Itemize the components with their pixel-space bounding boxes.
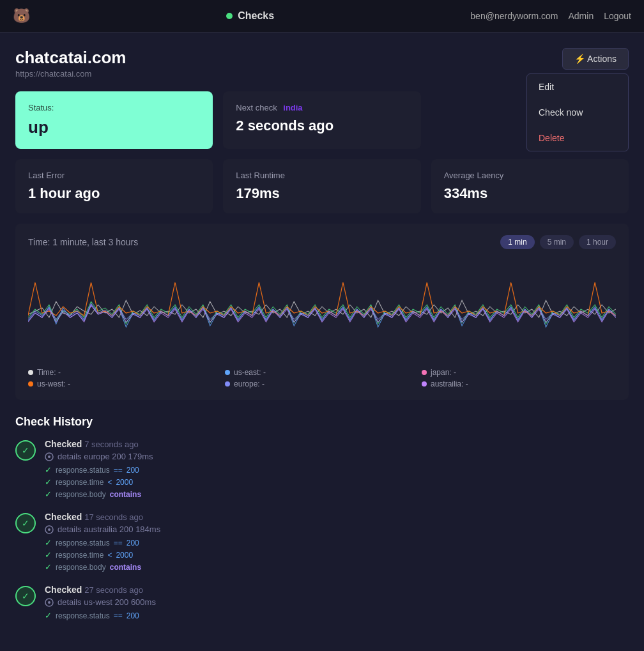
actions-button[interactable]: ⚡ Actions — [562, 48, 629, 70]
last-runtime-value: 179ms — [236, 185, 408, 202]
navbar-right: ben@nerdyworm.com Admin Logout — [470, 11, 631, 21]
dropdown-edit[interactable]: Edit — [527, 74, 628, 100]
site-info: chatcatai.com https://chatcatai.com — [15, 48, 126, 79]
check-rule: ✓ response.body contains — [45, 562, 629, 572]
check-shield-icon-2: ✓ — [15, 513, 36, 533]
check-rule: ✓ response.status == 200 — [45, 538, 629, 548]
history-checks-2: ✓ response.status == 200 ✓ response.time… — [45, 538, 629, 572]
site-url: https://chatcatai.com — [15, 69, 126, 79]
next-check-card: Next check india 2 seconds ago — [223, 91, 420, 149]
nav-admin-link[interactable]: Admin — [568, 11, 594, 21]
history-content-2: Checked 17 seconds ago details austraili… — [45, 512, 629, 572]
last-error-card: Last Error 1 hour ago — [15, 159, 213, 213]
history-title: Check History — [15, 415, 629, 429]
history-detail-2: details austrailia 200 184ms — [45, 525, 629, 534]
chart-title: Time: 1 minute, last 3 hours — [28, 237, 138, 247]
legend-japan: japan: - — [422, 368, 616, 377]
legend-dot-time — [28, 370, 33, 375]
page-header: chatcatai.com https://chatcatai.com ⚡ Ac… — [15, 48, 629, 79]
history-content-3: Checked 27 seconds ago details us-west 2… — [45, 585, 629, 620]
history-item: ✓ Checked 27 seconds ago details us-west… — [15, 585, 629, 620]
svg-rect-0 — [28, 257, 616, 359]
time-buttons: 1 min 5 min 1 hour — [500, 235, 616, 249]
next-check-value: 2 seconds ago — [236, 118, 408, 134]
check-rule: ✓ response.body contains — [45, 489, 629, 499]
time-btn-5min[interactable]: 5 min — [540, 235, 574, 249]
legend-austrailia: austrailia: - — [422, 379, 616, 388]
chart-section: Time: 1 minute, last 3 hours 1 min 5 min… — [15, 224, 629, 400]
last-error-label: Last Error — [28, 171, 200, 180]
status-label: Status: — [28, 103, 200, 112]
last-runtime-label: Last Runtime — [236, 171, 408, 180]
history-header-1: Checked 7 seconds ago — [45, 439, 629, 449]
check-rule: ✓ response.time < 2000 — [45, 550, 629, 560]
avg-latency-value: 334ms — [444, 185, 616, 202]
time-btn-1hour[interactable]: 1 hour — [579, 235, 616, 249]
nav-logout-link[interactable]: Logout — [604, 11, 631, 21]
legend-dot-europe — [225, 381, 230, 387]
dropdown-check-now[interactable]: Check now — [527, 100, 628, 125]
last-runtime-card: Last Runtime 179ms — [223, 159, 420, 213]
legend-dot-us-east — [225, 370, 230, 375]
legend-time: Time: - — [28, 368, 222, 377]
svg-point-2 — [48, 456, 50, 458]
history-item: ✓ Checked 17 seconds ago details austrai… — [15, 512, 629, 572]
legend-us-east: us-east: - — [225, 368, 419, 377]
history-detail-3: details us-west 200 600ms — [45, 597, 629, 607]
nav-user-email: ben@nerdyworm.com — [470, 11, 558, 21]
navbar: 🐻 Checks ben@nerdyworm.com Admin Logout — [0, 0, 644, 33]
history-checks-3: ✓ response.status == 200 — [45, 611, 629, 620]
svg-point-4 — [48, 528, 50, 531]
next-check-label: Next check india — [236, 103, 408, 112]
main-content: chatcatai.com https://chatcatai.com ⚡ Ac… — [0, 33, 644, 648]
check-rule: ✓ response.status == 200 — [45, 465, 629, 475]
legend-us-west: us-west: - — [28, 379, 222, 388]
status-card: Status: up — [15, 91, 213, 149]
time-btn-1min[interactable]: 1 min — [500, 235, 534, 249]
history-header-2: Checked 17 seconds ago — [45, 512, 629, 522]
history-item: ✓ Checked 7 seconds ago details europe 2… — [15, 439, 629, 499]
logo-icon: 🐻 — [13, 8, 30, 24]
status-value: up — [28, 118, 200, 137]
dropdown-delete[interactable]: Delete — [527, 125, 628, 151]
check-rule: ✓ response.status == 200 — [45, 611, 629, 620]
stats-row: Last Error 1 hour ago Last Runtime 179ms… — [15, 159, 629, 213]
svg-point-6 — [48, 601, 50, 604]
check-history-section: Check History ✓ Checked 7 seconds ago de… — [15, 415, 629, 620]
last-error-value: 1 hour ago — [28, 185, 200, 202]
check-shield-icon-1: ✓ — [15, 440, 36, 461]
latency-chart — [28, 257, 616, 359]
legend-europe: europe: - — [225, 379, 419, 388]
avg-latency-label: Average Laency — [444, 171, 616, 180]
nav-checks-label[interactable]: Checks — [238, 10, 274, 22]
actions-container: ⚡ Actions Edit Check now Delete — [562, 48, 629, 70]
check-shield-icon-3: ✓ — [15, 586, 36, 606]
actions-dropdown: Edit Check now Delete — [526, 73, 629, 151]
avg-latency-card: Average Laency 334ms — [431, 159, 629, 213]
history-checks-1: ✓ response.status == 200 ✓ response.time… — [45, 465, 629, 499]
chart-legend: Time: - us-east: - japan: - us-west: - e… — [28, 368, 616, 388]
legend-dot-us-west — [28, 381, 33, 387]
site-title: chatcatai.com — [15, 48, 126, 68]
chart-header: Time: 1 minute, last 3 hours 1 min 5 min… — [28, 235, 616, 249]
history-detail-1: details europe 200 179ms — [45, 452, 629, 461]
legend-dot-austrailia — [422, 381, 427, 387]
legend-dot-japan — [422, 370, 427, 375]
navbar-center: Checks — [226, 10, 274, 22]
history-content-1: Checked 7 seconds ago details europe 200… — [45, 439, 629, 499]
history-header-3: Checked 27 seconds ago — [45, 585, 629, 595]
check-rule: ✓ response.time < 2000 — [45, 477, 629, 487]
navbar-left: 🐻 — [13, 8, 30, 24]
nav-status-dot — [226, 13, 233, 19]
